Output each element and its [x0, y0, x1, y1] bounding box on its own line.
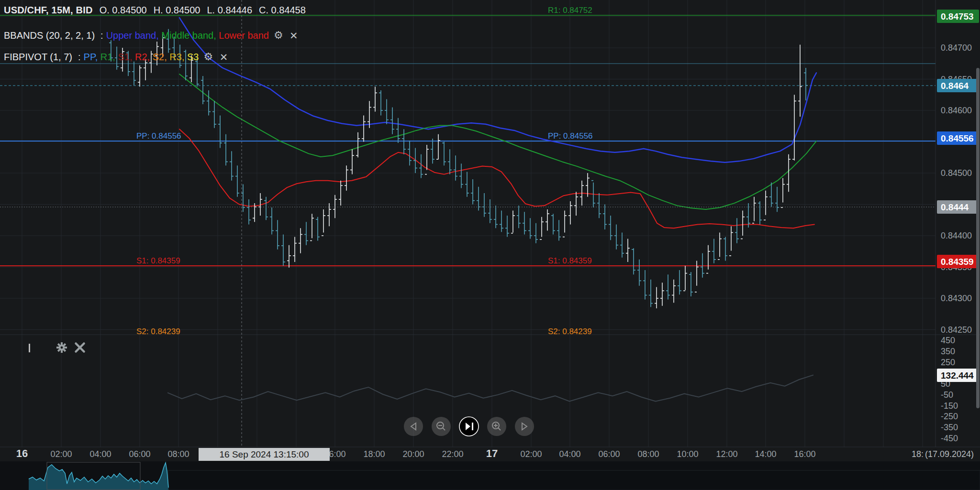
pivot-label-pp: PP: 0.84556 — [136, 131, 181, 141]
fibpivot-remove-close-icon[interactable]: ✕ — [218, 51, 229, 63]
svg-text:0.84359: 0.84359 — [941, 257, 974, 267]
day-marker-label: 16 — [16, 447, 28, 459]
price-axis-label: -250 — [941, 412, 958, 421]
pivot-label-s1: S1: 0.84359 — [548, 256, 592, 265]
price-axis-label: -350 — [941, 423, 958, 432]
price-axis-label: 0.84300 — [941, 294, 972, 303]
ohlc-open: O. 0.84500 — [100, 5, 147, 16]
playback-zoom-out-button[interactable] — [432, 417, 451, 436]
svg-text:132.444: 132.444 — [941, 370, 974, 381]
legend-separator: : — [78, 52, 81, 63]
time-axis-label: 16:00 — [794, 449, 815, 459]
price-axis-label: 450 — [941, 336, 955, 345]
s1-price-badge: 0.84359 — [937, 255, 979, 268]
price-axis-label: -150 — [941, 401, 958, 411]
legend-item-middle-band: Middle band, — [161, 30, 219, 41]
fibpivot-legend: FIBPIVOT (1, 7) : PP, R1, S1, R2, S2, R3… — [4, 51, 229, 63]
price-axis-label: -450 — [941, 434, 958, 443]
legend-item-s2: S2, — [153, 52, 170, 62]
legend-item-upper-band: Upper band, — [106, 30, 162, 41]
ohlc-low: L. 0.84446 — [207, 5, 252, 16]
legend-separator: : — [100, 30, 103, 41]
time-axis-label: 20:00 — [402, 449, 424, 459]
svg-text:0.84753: 0.84753 — [941, 11, 974, 22]
bbands-remove-close-icon[interactable]: ✕ — [288, 30, 300, 41]
clipped-label-fragment — [29, 344, 30, 352]
pivot-label-s1: S1: 0.84359 — [136, 256, 180, 265]
price-axis-label: 350 — [941, 347, 955, 356]
time-axis-label: 18:00 — [363, 449, 385, 459]
corner-time-label: 18: — [912, 449, 924, 459]
time-axis-label: 04:00 — [89, 449, 111, 459]
crosshair-price-badge: 0.8444 — [937, 200, 979, 214]
time-axis-label: 06:00 — [598, 449, 620, 459]
symbol-info-bar: USD/CHF, 15M, BID O. 0.84500 H. 0.84500 … — [4, 5, 312, 16]
price-axis-label: 0.84250 — [941, 325, 972, 335]
chart-background — [0, 0, 980, 490]
price-axis-label: 0.84600 — [941, 106, 972, 115]
r1-price-badge: 0.84753 — [937, 10, 979, 23]
bbands-settings-gear-icon[interactable]: ⚙ — [273, 30, 284, 41]
playback-zoom-in-button[interactable] — [487, 417, 506, 436]
ohlc-high: H. 0.84500 — [154, 5, 200, 16]
time-axis-label: 04:00 — [559, 449, 580, 459]
bbands-legend: BBANDS (20, 2, 2, 1) : Upper band, Middl… — [4, 30, 300, 41]
price-axis-label: -50 — [941, 390, 953, 400]
legend-item-r1: R1, — [100, 52, 118, 62]
price-axis-label: 0.84700 — [941, 43, 972, 53]
svg-text:0.8444: 0.8444 — [941, 202, 969, 212]
current-price-badge: 0.8464 — [937, 79, 979, 92]
vertical-scrollbar[interactable] — [976, 68, 980, 408]
price-axis-label: 0.84400 — [941, 231, 972, 240]
symbol-title: USD/CHF, 15M, BID — [4, 5, 93, 16]
price-axis-label: 250 — [941, 358, 955, 367]
pivot-label-pp: PP: 0.84556 — [548, 131, 593, 141]
fibpivot-level-labels: PP, R1, S1, R2, S2, R3, S3 — [84, 52, 199, 63]
trading-app-window: { "header": { "symbol": "USD/CHF, 15M, B… — [0, 0, 980, 490]
legend-item-pp: PP, — [84, 52, 100, 62]
crosshair-time-badge: 16 Sep 2024 13:15:00 — [199, 448, 330, 461]
time-axis-label: 10:00 — [677, 449, 698, 459]
fibpivot-title[interactable]: FIBPIVOT (1, 7) — [4, 52, 72, 63]
bbands-band-labels: Upper band, Middle band, Lower band — [106, 30, 269, 41]
playback-step-forward-button[interactable] — [515, 417, 534, 436]
price-axis-label: 0.84500 — [941, 168, 972, 178]
day-marker-label: 17 — [486, 447, 498, 459]
playback-play-skip-button[interactable] — [459, 417, 479, 436]
time-axis-label: 06:00 — [129, 449, 150, 459]
legend-item-lower-band: Lower band — [219, 30, 269, 41]
time-axis-label: 22:00 — [442, 449, 463, 459]
legend-item-r3: R3, — [169, 52, 187, 62]
legend-item-r2: R2, — [135, 52, 153, 62]
time-axis-label: 08:00 — [167, 449, 189, 459]
corner-date-label: (17.09.2024) — [925, 449, 974, 459]
time-axis-label: 02:00 — [520, 449, 542, 459]
bottom-right-panel[interactable] — [168, 470, 980, 490]
chart-canvas[interactable]: R1: 0.84752PP: 0.84556PP: 0.84556S1: 0.8… — [0, 0, 980, 490]
indicator-value-badge: 132.444 — [937, 369, 979, 382]
time-axis-label: 14:00 — [755, 449, 776, 459]
time-axis-label: 08:00 — [637, 449, 659, 459]
pp-price-badge: 0.84556 — [937, 131, 979, 145]
time-axis-label: 12:00 — [716, 449, 737, 459]
playback-step-back-button[interactable] — [404, 417, 423, 436]
pivot-label-r1: R1: 0.84752 — [548, 6, 592, 15]
time-axis-label: 02:00 — [50, 449, 72, 459]
svg-text:0.8464: 0.8464 — [941, 81, 969, 91]
svg-text:0.84556: 0.84556 — [941, 133, 974, 143]
ohlc-close: C. 0.84458 — [259, 5, 306, 16]
bbands-title[interactable]: BBANDS (20, 2, 2, 1) — [4, 30, 95, 41]
svg-text:16 Sep 2024 13:15:00: 16 Sep 2024 13:15:00 — [219, 449, 309, 459]
fibpivot-settings-gear-icon[interactable]: ⚙ — [202, 51, 214, 63]
legend-item-s3: S3 — [187, 52, 199, 62]
legend-item-s1: S1, — [118, 52, 135, 62]
oscillator-settings-gear-icon[interactable] — [56, 342, 67, 353]
